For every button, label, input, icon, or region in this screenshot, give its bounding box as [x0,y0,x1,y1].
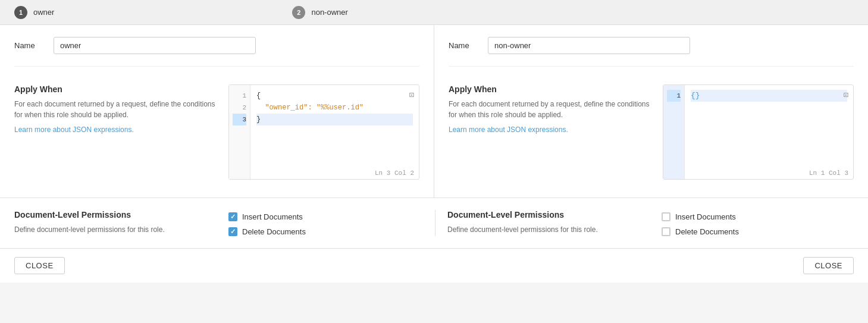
step1-indicator: 1 owner [14,6,54,19]
owner-permissions-desc: Document-Level Permissions Define docume… [14,210,217,236]
owner-panel: Name Apply When For each document return… [0,25,434,197]
step2-label: non-owner [311,8,347,17]
nonowner-line-numbers: 1 [663,85,685,179]
nonowner-name-input[interactable] [488,37,690,54]
nonowner-insert-checkbox[interactable] [662,212,670,221]
step1-label: owner [33,8,54,17]
nonowner-apply-when-section: Apply When For each document returned by… [449,79,854,186]
nonowner-insert-checkbox-item: Insert Documents [662,212,739,221]
owner-line-num-1: 1 [233,90,246,102]
nonowner-delete-checkbox-item: Delete Documents [662,227,739,236]
nonowner-checkboxes: Insert Documents Delete Documents [662,210,739,236]
owner-apply-when-desc: Apply When For each document returned by… [14,84,217,180]
footer-bar: CLOSE CLOSE [0,249,868,283]
nonowner-code-editor[interactable]: 1 {} ⊡ Ln 1 Col 3 [663,84,854,180]
owner-editor-status: Ln 3 Col 2 [375,170,414,177]
nonowner-delete-checkbox[interactable] [662,227,670,236]
owner-permissions-title: Document-Level Permissions [14,210,217,219]
nonowner-apply-when-title: Apply When [449,84,651,94]
owner-insert-label: Insert Documents [242,212,303,221]
nonowner-permissions-desc: Document-Level Permissions Define docume… [447,210,650,236]
nonowner-line-num-1: 1 [667,90,681,102]
nonowner-delete-label: Delete Documents [675,227,739,236]
owner-code-line-1: { [256,90,413,102]
nonowner-name-label: Name [449,41,478,50]
nonowner-permissions-title: Document-Level Permissions [447,210,650,219]
nonowner-permissions: Document-Level Permissions Define docume… [447,210,854,236]
owner-delete-checkbox[interactable] [228,227,237,236]
owner-expand-icon[interactable]: ⊡ [409,90,414,100]
owner-insert-checkbox-item: Insert Documents [228,212,306,221]
nonowner-apply-when-text: For each document returned by a request,… [449,99,651,120]
step1-circle: 1 [14,6,27,19]
owner-line-num-3: 3 [233,114,246,126]
owner-insert-checkbox[interactable] [228,212,237,221]
step2-circle: 2 [292,6,305,19]
close-button-right[interactable]: CLOSE [803,257,854,274]
top-bar: 1 owner 2 non-owner [0,0,868,25]
step2-indicator: 2 non-owner [292,6,347,19]
owner-checkboxes: Insert Documents Delete Documents [228,210,306,236]
nonowner-permissions-text: Define document-level permissions for th… [447,224,650,235]
owner-learn-more-link[interactable]: Learn more about JSON expressions. [14,126,134,134]
owner-delete-checkbox-item: Delete Documents [228,227,306,236]
permissions-section: Document-Level Permissions Define docume… [0,198,868,249]
owner-apply-when-text: For each document returned by a request,… [14,99,217,120]
owner-code-content[interactable]: { "owner_id": "%%user.id" } [250,85,419,179]
nonowner-code-content[interactable]: {} [685,85,853,179]
owner-name-label: Name [14,41,44,50]
owner-line-numbers: 1 2 3 [229,85,250,179]
owner-delete-label: Delete Documents [242,227,306,236]
nonowner-editor-status: Ln 1 Col 3 [809,170,848,177]
nonowner-apply-when-desc: Apply When For each document returned by… [449,84,651,180]
owner-name-row: Name [14,37,419,67]
owner-name-input[interactable] [54,37,256,54]
nonowner-code-line-1: {} [691,90,847,102]
nonowner-expand-icon[interactable]: ⊡ [844,90,848,100]
owner-permissions: Document-Level Permissions Define docume… [14,210,435,236]
nonowner-insert-label: Insert Documents [675,212,736,221]
main-content: Name Apply When For each document return… [0,25,868,198]
owner-apply-when-section: Apply When For each document returned by… [14,79,419,186]
owner-code-line-3: } [256,114,413,126]
nonowner-learn-more-link[interactable]: Learn more about JSON expressions. [449,126,568,134]
owner-permissions-text: Define document-level permissions for th… [14,224,217,235]
owner-code-line-2: "owner_id": "%%user.id" [256,102,413,114]
nonowner-name-row: Name [449,37,854,67]
owner-line-num-2: 2 [233,102,246,114]
nonowner-panel: Name Apply When For each document return… [434,25,868,197]
close-button-left[interactable]: CLOSE [14,257,65,274]
owner-code-editor[interactable]: 1 2 3 { "owner_id": "%%user.id" } ⊡ Ln 3… [228,84,419,180]
owner-apply-when-title: Apply When [14,84,217,94]
